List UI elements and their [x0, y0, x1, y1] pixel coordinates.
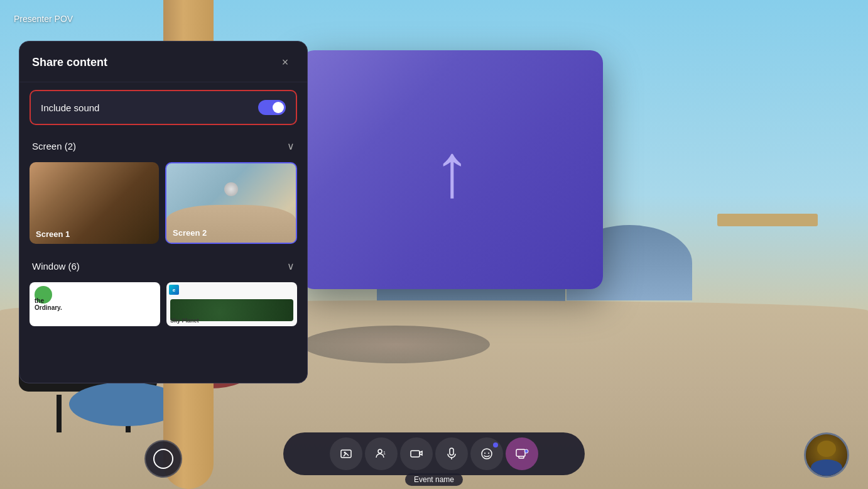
reactions-badge: [493, 442, 498, 448]
svg-rect-10: [516, 449, 525, 456]
svg-rect-5: [450, 448, 453, 455]
avatar-circle-icon: [153, 449, 173, 469]
svg-point-9: [488, 453, 489, 454]
participants-button[interactable]: 1: [365, 437, 398, 470]
include-sound-toggle[interactable]: [258, 100, 286, 115]
avatar-button-left[interactable]: [144, 440, 182, 478]
platform-oval: [301, 326, 490, 363]
screen-thumbnails-grid: Screen 1 Screen 2: [19, 160, 307, 253]
window-section-title: Window (6): [32, 261, 80, 272]
screen-chevron-icon: ∨: [287, 140, 295, 152]
presenter-pov-label: Presenter POV: [14, 14, 73, 24]
panel-title: Share content: [32, 56, 107, 69]
upload-arrow-icon: ↑: [433, 132, 471, 207]
table-leg-1: [57, 395, 62, 432]
user-avatar-button[interactable]: [804, 432, 849, 478]
screen1-label: Screen 1: [36, 229, 70, 239]
svg-text:1: 1: [383, 451, 386, 455]
close-button[interactable]: ×: [276, 53, 295, 72]
svg-point-1: [344, 452, 346, 454]
event-name-pill: Event name: [405, 473, 463, 486]
mic-button[interactable]: [435, 437, 468, 470]
window2-label: Sky Planet: [170, 317, 199, 324]
avatar-head: [817, 441, 836, 457]
screen-section-title: Screen (2): [32, 141, 76, 151]
svg-point-7: [482, 449, 492, 459]
share-content-panel: Share content × Include sound Screen (2)…: [19, 41, 308, 383]
avatar-face: [806, 434, 847, 476]
panel-header: Share content ×: [19, 41, 307, 82]
toggle-knob: [273, 102, 284, 113]
screen2-dot: [224, 182, 238, 196]
reactions-button[interactable]: [470, 437, 503, 470]
window-chevron-icon: ∨: [287, 260, 295, 272]
window1-label: theOrdinary.: [35, 297, 62, 311]
screen1-thumbnail[interactable]: Screen 1: [30, 162, 159, 244]
window2-thumbnail[interactable]: e Sky Planet: [166, 282, 297, 326]
screen-section-header[interactable]: Screen (2) ∨: [19, 133, 307, 160]
screen2-thumbnail[interactable]: Screen 2: [165, 162, 297, 244]
screen2-label: Screen 2: [173, 228, 207, 238]
window-thumbnails-grid: theOrdinary. e Sky Planet: [19, 280, 307, 329]
include-sound-label: Include sound: [41, 102, 99, 113]
window-section-header[interactable]: Window (6) ∨: [19, 253, 307, 280]
wall-shelf: [717, 214, 818, 226]
toolbar: 1 ↑: [283, 432, 585, 475]
presentation-board: ↑: [301, 50, 603, 289]
include-sound-row[interactable]: Include sound: [30, 90, 297, 125]
svg-text:↑: ↑: [525, 450, 527, 454]
avatar-body: [811, 459, 842, 476]
window1-thumbnail[interactable]: theOrdinary.: [30, 282, 160, 326]
svg-point-8: [484, 453, 486, 454]
share-button[interactable]: ↑: [506, 437, 538, 470]
camera-button[interactable]: [400, 437, 433, 470]
svg-rect-4: [411, 451, 420, 457]
scenes-button[interactable]: [330, 437, 362, 470]
svg-point-2: [378, 449, 382, 453]
